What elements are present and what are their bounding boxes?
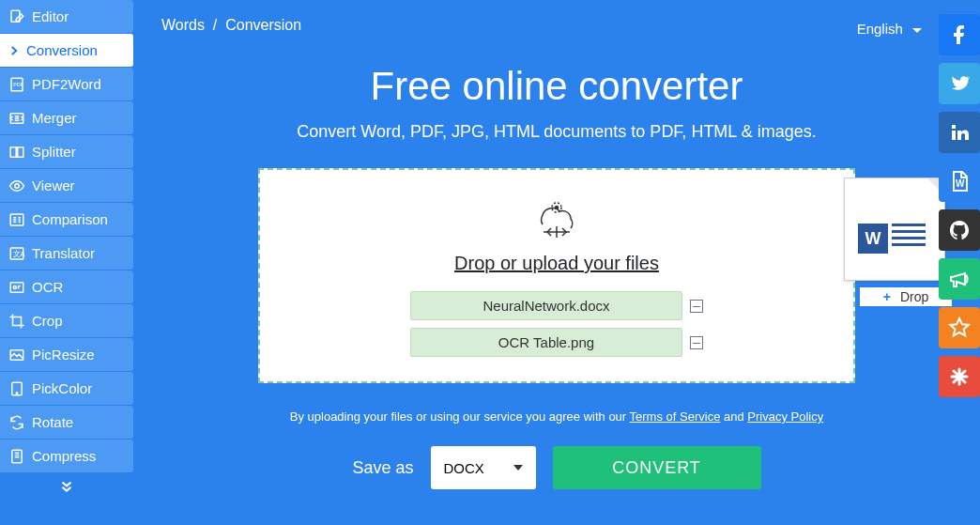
sidebar-item-rotate[interactable]: Rotate — [0, 406, 133, 439]
arrow-right-icon — [8, 44, 21, 57]
svg-point-14 — [16, 392, 18, 394]
word-icon: W — [858, 224, 888, 254]
announce-button[interactable] — [939, 258, 980, 300]
linkedin-button[interactable] — [939, 112, 980, 153]
page-subtitle: Convert Word, PDF, JPG, HTML documents t… — [133, 122, 980, 142]
file-dropzone[interactable]: Drop or upload your files NeuralNetwork.… — [258, 168, 855, 383]
sidebar-item-label: PicResize — [32, 347, 95, 363]
sidebar-item-viewer[interactable]: Viewer — [0, 169, 133, 202]
translate-icon: 文A — [8, 244, 26, 263]
sidebar-item-label: Merger — [32, 110, 77, 126]
settings-button[interactable] — [939, 356, 980, 397]
svg-rect-4 — [10, 147, 16, 157]
svg-rect-5 — [18, 147, 23, 157]
pdf-icon: PDF — [8, 75, 26, 94]
remove-file-button[interactable] — [690, 300, 703, 313]
file-name: OCR Table.png — [410, 328, 682, 357]
social-rail: W — [939, 14, 980, 397]
star-icon — [948, 317, 971, 339]
convert-button[interactable]: CONVERT — [553, 446, 761, 489]
doc-pencil-icon — [8, 8, 26, 26]
sidebar-item-label: Conversion — [26, 42, 98, 58]
main-content: Words / Conversion English Free online c… — [133, 0, 980, 525]
sidebar-item-splitter[interactable]: Splitter — [0, 135, 133, 168]
twitter-button[interactable] — [939, 63, 980, 104]
sidebar-item-label: Rotate — [32, 414, 73, 430]
sidebar-item-picresize[interactable]: PicResize — [0, 338, 133, 371]
svg-text:W: W — [956, 178, 965, 189]
sidebar-item-translator[interactable]: 文A Translator — [0, 237, 133, 270]
breadcrumb: Words / Conversion — [133, 17, 980, 34]
sidebar-item-label: PickColor — [32, 380, 92, 396]
chevron-double-down-icon — [58, 478, 75, 495]
sidebar: Editor Conversion PDF PDF2Word Merger Sp… — [0, 0, 133, 525]
sidebar-item-compress[interactable]: Compress — [0, 440, 133, 472]
facebook-icon — [948, 23, 971, 46]
convert-controls: Save as DOCX CONVERT — [133, 446, 980, 489]
linkedin-icon — [948, 121, 971, 144]
word-doc-icon: W — [948, 170, 971, 193]
file-thumbnail[interactable]: W — [844, 178, 945, 281]
sidebar-item-merger[interactable]: Merger — [0, 101, 133, 134]
sidebar-item-label: Crop — [32, 313, 63, 329]
sidebar-item-label: Editor — [32, 8, 69, 24]
svg-point-6 — [15, 183, 20, 188]
page-title: Free online converter — [133, 64, 980, 109]
bullhorn-icon — [948, 268, 971, 290]
sidebar-item-conversion[interactable]: Conversion — [0, 34, 133, 67]
facebook-button[interactable] — [939, 14, 980, 55]
doc-lines-icon — [892, 224, 926, 250]
sidebar-expand-button[interactable] — [0, 478, 133, 500]
rotate-icon — [8, 413, 26, 432]
ocr-icon — [8, 278, 26, 297]
split-icon — [8, 143, 26, 162]
svg-rect-7 — [10, 214, 23, 225]
github-icon — [948, 219, 971, 241]
sidebar-item-pdf2word[interactable]: PDF PDF2Word — [0, 68, 133, 100]
twitter-icon — [948, 72, 971, 95]
breadcrumb-root[interactable]: Words — [161, 17, 205, 33]
format-select[interactable]: DOCX — [431, 446, 536, 489]
saveas-label: Save as — [352, 458, 413, 478]
sidebar-item-ocr[interactable]: OCR — [0, 270, 133, 303]
upload-cloud-icon — [528, 196, 585, 243]
sidebar-item-label: OCR — [32, 279, 63, 295]
sidebar-item-pickcolor[interactable]: PickColor — [0, 372, 133, 405]
eye-icon — [8, 177, 26, 195]
asterisk-icon — [948, 365, 971, 388]
sidebar-item-label: Splitter — [32, 144, 76, 160]
compare-icon — [8, 210, 26, 229]
sidebar-item-label: Translator — [32, 245, 95, 261]
agreement-text: By uploading your files or using our ser… — [133, 409, 980, 424]
resize-icon — [8, 346, 26, 364]
sidebar-item-label: Comparison — [32, 211, 108, 227]
drop-upload-label[interactable]: Drop or upload your files — [454, 253, 659, 274]
file-row: OCR Table.png — [279, 328, 835, 357]
sidebar-item-label: Viewer — [32, 178, 75, 193]
plus-icon: + — [883, 289, 891, 304]
file-row: NeuralNetwork.docx — [279, 291, 835, 320]
chevron-down-icon — [513, 465, 523, 471]
github-button[interactable] — [939, 209, 980, 251]
sidebar-item-editor[interactable]: Editor — [0, 0, 133, 33]
color-picker-icon — [8, 379, 26, 398]
language-selector[interactable]: English — [857, 21, 922, 37]
compress-icon — [8, 447, 26, 466]
word-doc-button[interactable]: W — [939, 161, 980, 202]
sidebar-item-label: PDF2Word — [32, 76, 101, 92]
privacy-link[interactable]: Privacy Policy — [747, 409, 823, 424]
svg-point-11 — [13, 286, 16, 288]
star-button[interactable] — [939, 307, 980, 348]
svg-text:文A: 文A — [13, 250, 25, 258]
breadcrumb-current: Conversion — [225, 17, 301, 33]
remove-file-button[interactable] — [690, 336, 703, 349]
file-name: NeuralNetwork.docx — [410, 291, 682, 320]
crop-icon — [8, 312, 26, 331]
tos-link[interactable]: Terms of Service — [630, 409, 721, 424]
sidebar-item-label: Compress — [32, 448, 96, 464]
merge-icon — [8, 109, 26, 128]
sidebar-item-comparison[interactable]: Comparison — [0, 203, 133, 236]
svg-text:PDF: PDF — [13, 82, 23, 87]
sidebar-item-crop[interactable]: Crop — [0, 304, 133, 337]
